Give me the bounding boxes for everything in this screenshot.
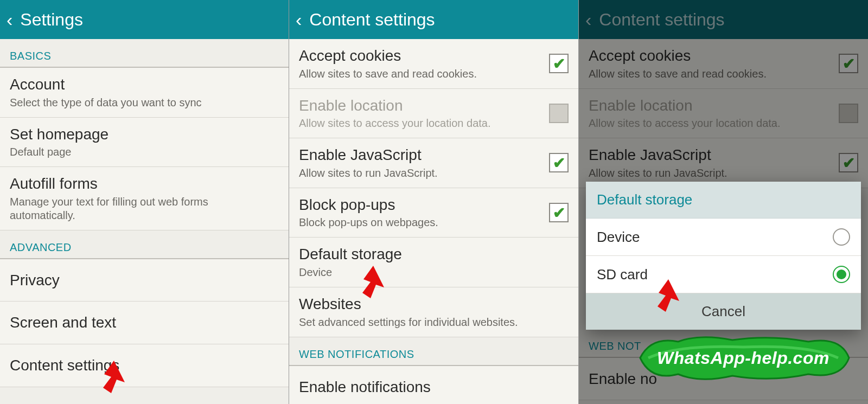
radio-sd-card[interactable] xyxy=(833,266,850,283)
section-basics: BASICS xyxy=(0,39,289,68)
section-web-notifications: WEB NOTIFICATIONS xyxy=(289,337,578,366)
row-title: Privacy xyxy=(10,271,279,290)
panel-content-settings: ‹ Content settings Accept cookies Allow … xyxy=(289,0,579,404)
option-label: SD card xyxy=(597,266,648,283)
dialog-cancel-button[interactable]: Cancel xyxy=(586,293,861,330)
watermark-text: WhatsApp-help.com xyxy=(635,334,852,382)
row-sub: Device xyxy=(299,266,569,279)
row-sub: Select the type of data you want to sync xyxy=(10,96,279,110)
radio-device[interactable] xyxy=(833,228,850,246)
row-sub: Block pop-ups on webpages. xyxy=(299,216,569,229)
row-set-homepage[interactable]: Set homepage Default page xyxy=(0,118,289,168)
header-settings: ‹ Settings xyxy=(0,0,289,39)
back-icon[interactable]: ‹ xyxy=(7,10,12,29)
row-title: Set homepage xyxy=(10,125,279,144)
row-enable-javascript[interactable]: Enable JavaScript Allow sites to run Jav… xyxy=(289,138,578,188)
option-label: Device xyxy=(597,229,640,246)
row-default-storage[interactable]: Default storage Device xyxy=(289,238,578,287)
watermark-badge: WhatsApp-help.com xyxy=(635,334,852,382)
row-sub: Manage your text for filling out web for… xyxy=(10,195,279,222)
checkbox-block-popups[interactable] xyxy=(549,203,569,222)
row-sub: Allow sites to save and read cookies. xyxy=(299,67,569,81)
panel-settings: ‹ Settings BASICS Account Select the typ… xyxy=(0,0,289,404)
row-accept-cookies[interactable]: Accept cookies Allow sites to save and r… xyxy=(289,39,578,89)
row-websites[interactable]: Websites Set advanced settings for indiv… xyxy=(289,287,578,337)
row-title: Autofill forms xyxy=(10,175,279,193)
row-title: Enable location xyxy=(299,97,569,115)
checkbox-enable-location[interactable] xyxy=(549,104,569,123)
row-title: Enable notifications xyxy=(299,378,569,396)
row-title: Enable JavaScript xyxy=(299,146,569,164)
row-sub: Allow sites to access your location data… xyxy=(299,117,569,130)
row-screen-and-text[interactable]: Screen and text xyxy=(0,302,289,344)
panel-content-settings-dimmed: ‹ Content settings Accept cookies Allow … xyxy=(579,0,868,404)
row-title: Websites xyxy=(299,295,569,313)
row-sub: Set advanced settings for individual web… xyxy=(299,316,569,329)
dialog-title: Default storage xyxy=(586,182,861,219)
row-content-settings[interactable]: Content settings xyxy=(0,344,289,387)
row-autofill-forms[interactable]: Autofill forms Manage your text for fill… xyxy=(0,167,289,230)
header-content-settings: ‹ Content settings xyxy=(289,0,578,39)
row-enable-notifications[interactable]: Enable notifications xyxy=(289,366,578,404)
row-enable-location[interactable]: Enable location Allow sites to access yo… xyxy=(289,89,578,139)
header-title: Settings xyxy=(20,10,83,30)
dialog-option-device[interactable]: Device xyxy=(586,219,861,256)
row-sub: Allow sites to run JavaScript. xyxy=(299,166,569,180)
dialog-default-storage: Default storage Device SD card Cancel xyxy=(586,182,861,330)
row-title: Content settings xyxy=(10,356,279,375)
row-sub: Default page xyxy=(10,145,279,159)
row-account[interactable]: Account Select the type of data you want… xyxy=(0,68,289,118)
checkbox-enable-javascript[interactable] xyxy=(549,153,569,172)
row-privacy[interactable]: Privacy xyxy=(0,259,289,302)
row-title: Default storage xyxy=(299,245,569,264)
section-advanced: ADVANCED xyxy=(0,230,289,259)
header-title: Content settings xyxy=(309,10,435,30)
row-title: Account xyxy=(10,75,279,94)
row-block-popups[interactable]: Block pop-ups Block pop-ups on webpages. xyxy=(289,188,578,238)
back-icon[interactable]: ‹ xyxy=(296,10,302,29)
checkbox-accept-cookies[interactable] xyxy=(549,54,569,73)
row-title: Block pop-ups xyxy=(299,196,569,214)
dialog-option-sd-card[interactable]: SD card xyxy=(586,256,861,293)
row-title: Accept cookies xyxy=(299,47,569,65)
row-title: Screen and text xyxy=(10,313,279,332)
